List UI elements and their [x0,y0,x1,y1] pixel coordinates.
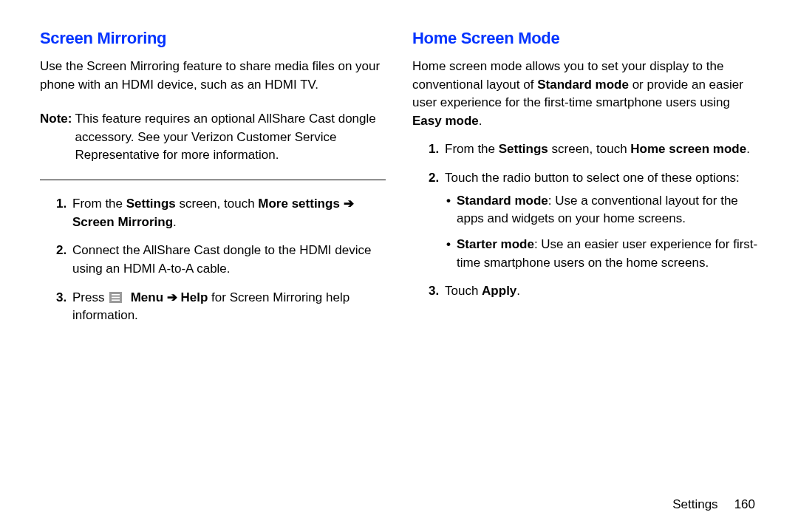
svg-rect-2 [112,296,120,298]
footer-page-number: 160 [734,497,755,511]
option-standard: Standard mode: Use a conventional layout… [445,192,758,228]
note-body: This feature requires an optional AllSha… [75,110,386,165]
svg-rect-1 [112,294,120,296]
svg-rect-3 [112,299,120,301]
intro-home-screen-mode: Home screen mode allows you to set your … [412,58,758,131]
left-column: Screen Mirroring Use the Screen Mirrorin… [40,27,405,532]
arrow-icon: ➔ [340,197,354,211]
step-1-right: 1. From the Settings screen, touch Home … [429,140,758,159]
arrow-icon: ➔ [163,290,180,304]
heading-home-screen-mode: Home Screen Mode [412,27,758,50]
option-starter: Starter mode: Use an easier user experie… [445,236,758,272]
page-footer: Settings160 [672,496,755,514]
menu-icon [109,290,122,301]
steps-left: 1. From the Settings screen, touch More … [40,195,386,325]
step-3-right: 3. Touch Apply. [429,282,758,301]
intro-screen-mirroring: Use the Screen Mirroring feature to shar… [40,58,386,94]
step-1-left: 1. From the Settings screen, touch More … [56,195,386,231]
step-3-left: 3. Press Menu ➔ Help for Screen Mirrorin… [56,289,386,325]
right-column: Home Screen Mode Home screen mode allows… [405,27,765,532]
steps-right: 1. From the Settings screen, touch Home … [412,140,758,300]
note-label: Note: [40,110,75,165]
heading-screen-mirroring: Screen Mirroring [40,27,386,50]
options-list: Standard mode: Use a conventional layout… [445,192,758,273]
note-block: Note: This feature requires an optional … [40,110,386,180]
step-2-left: 2. Connect the AllShare Cast dongle to t… [56,242,386,278]
footer-section: Settings [672,497,717,511]
step-2-right: 2. Touch the radio button to select one … [429,169,758,272]
